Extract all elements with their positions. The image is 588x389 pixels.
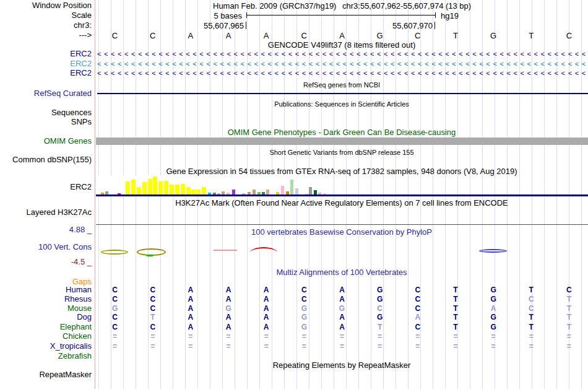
gencode-item-erc2-3[interactable]: ERC2 [0,69,92,77]
multiz-cell-mouse: G [339,304,345,313]
multiz-cell-mouse: C [415,304,420,313]
gtex-expression-bar[interactable] [186,187,191,194]
publications-title[interactable]: Publications: Sequences in Scientific Ar… [274,100,409,108]
gtex-expression-bar[interactable] [253,190,256,194]
sequence-base: G [377,31,383,40]
gtex-expression-bar[interactable] [266,190,269,194]
scale-label[interactable]: Scale [0,11,92,20]
gtex-expression-bar[interactable] [227,193,230,194]
gtex-expression-bar[interactable] [309,187,312,194]
gtex-expression-bar[interactable] [202,187,206,194]
multiz-title[interactable]: Multiz Alignments of 100 Vertebrates [276,268,407,277]
gtex-expression-bar[interactable] [262,192,265,194]
gtex-expression-bar[interactable] [213,193,216,194]
gtex-expression-bar[interactable] [208,193,211,194]
gtex-expression-bar[interactable] [290,180,293,194]
gtex-expression-bar[interactable] [257,192,261,194]
gtex-expression-bar[interactable] [164,181,168,194]
gtex-expression-bar[interactable] [281,186,284,194]
repeatmasker-label[interactable]: RepeatMasker [0,370,92,379]
multiz-elephant-label[interactable]: Elephant [0,323,92,331]
window-position-label[interactable]: Window Position [0,1,92,10]
ucsc-genome-browser-tracks-image[interactable]: Human Feb. 2009 (GRCh37/hg19) chr3:55,60… [0,0,588,389]
gtex-expression-bar[interactable] [126,181,130,194]
vert-cons-label[interactable]: 100 Vert. Cons [0,243,92,251]
gtex-expression-bar[interactable] [318,193,321,194]
dbsnp-title[interactable]: Short Genetic Variants from dbSNP releas… [269,148,413,157]
gtex-expression-bar[interactable] [196,190,201,194]
gtex-expression-bar[interactable] [222,191,225,194]
gtex-expression-bar[interactable] [131,180,136,194]
direction-arrow-label[interactable]: ---> [0,31,92,40]
multiz-mouse-label[interactable]: Mouse [0,304,92,313]
gtex-expression-bar[interactable] [170,185,174,194]
gtex-expression-bar[interactable] [248,192,251,194]
repeatmasker-title[interactable]: Repeating Elements by RepeatMasker [273,361,411,370]
multiz-cell-mouse: T [567,304,571,313]
multiz-cell-human: T [529,286,534,294]
cons-axis-min[interactable]: -4.5 _ [0,258,92,266]
multiz-cell-human: C [415,286,420,294]
multiz-chicken-label[interactable]: Chicken [0,332,92,341]
gencode-transcript-arrows[interactable]: <<<<<<<<<<<<<<<<<<<<<<<<<<<<<<<<<<<<<<<<… [97,50,586,58]
gtex-expression-bar[interactable] [232,190,235,194]
gencode-title[interactable]: GENCODE V49lift37 (8 items filtered out) [268,41,415,50]
gtex-expression-bar[interactable] [314,190,317,194]
gtex-expression-bar[interactable] [323,193,326,194]
conservation-title[interactable]: 100 vertebrates Basewise Conservation by… [251,228,432,237]
multiz-cell-x_tropicalis: = [227,342,231,351]
gencode-item-erc2-2[interactable]: ERC2 [0,59,92,68]
gtex-expression-bar[interactable] [276,192,279,194]
publications-snps-label[interactable]: SNPs [0,118,92,126]
refseq-curated-label[interactable]: RefSeq Curated [0,89,92,98]
gtex-expression-bar[interactable] [175,185,179,194]
gtex-expression-bar[interactable] [101,193,104,194]
cons-axis-max[interactable]: 4.88 _ [0,225,92,234]
multiz-dog-label[interactable]: Dog [0,313,92,321]
gtex-expression-bar[interactable] [105,191,108,194]
gencode-transcript-arrows[interactable]: <<<<<<<<<<<<<<<<<<<<<<<<<<<<<<<<<<<<<<<<… [97,69,586,77]
gtex-expression-bar[interactable] [286,191,289,194]
gtex-expression-bar[interactable] [158,181,163,194]
gtex-expression-bar[interactable] [191,190,196,194]
gtex-expression-bar[interactable] [295,188,298,194]
multiz-zebrafish-label[interactable]: Zebrafish [0,352,92,361]
gtex-expression-bar[interactable] [148,179,152,194]
multiz-cell-mouse: A [264,304,269,313]
sequence-base: C [112,31,118,40]
gtex-expression-bar[interactable] [142,182,147,194]
h3k27ac-title[interactable]: H3K27Ac Mark (Often Found Near Active Re… [175,199,508,208]
gtex-expression-bar[interactable] [217,193,220,194]
publications-sequences-label[interactable]: Sequences [0,108,92,117]
multiz-cell-human: A [226,286,231,294]
gtex-expression-bar[interactable] [137,187,141,194]
multiz-cell-rhesus: C [150,295,155,304]
gtex-expression-bar[interactable] [305,193,308,194]
gtex-title[interactable]: Gene Expression in 54 tissues from GTEx … [166,167,517,176]
multiz-cell-dog: T [529,313,534,321]
chrom-label[interactable]: chr3: [0,21,92,30]
multiz-cell-chicken: = [529,332,534,341]
gencode-transcript-arrows[interactable]: <<<<<<<<<<<<<<<<<<<<<<<<<<<<<<<<<<<<<<<<… [97,60,586,68]
gtex-expression-bar[interactable] [181,184,185,194]
refseq-title[interactable]: RefSeq genes from NCBI [303,81,380,89]
gtex-expression-bar[interactable] [242,193,245,194]
gtex-gene-label[interactable]: ERC2 [0,183,92,191]
multiz-xtropicalis-label[interactable]: X_tropicalis [0,342,92,351]
multiz-cell-dog: A [226,313,231,321]
gtex-expression-bar[interactable] [153,177,157,194]
sequence-base: G [490,31,496,40]
multiz-cell-mouse: G [112,304,118,313]
common-dbsnp-label[interactable]: Common dbSNP(155) [0,155,92,164]
multiz-cell-elephant: T [529,323,534,331]
sequence-base: A [339,31,345,40]
multiz-human-label[interactable]: Human [0,286,92,294]
multiz-rhesus-label[interactable]: Rhesus [0,295,92,304]
multiz-cell-x_tropicalis: = [150,342,155,351]
omim-title[interactable]: OMIM Gene Phenotypes - Dark Green Can Be… [228,128,456,137]
layered-h3k27ac-label[interactable]: Layered H3K27Ac [0,208,92,217]
gtex-expression-bar[interactable] [118,193,121,194]
gencode-item-erc2-1[interactable]: ERC2 [0,50,92,58]
multiz-cell-elephant: C [112,323,118,331]
omim-genes-label[interactable]: OMIM Genes [0,137,92,146]
